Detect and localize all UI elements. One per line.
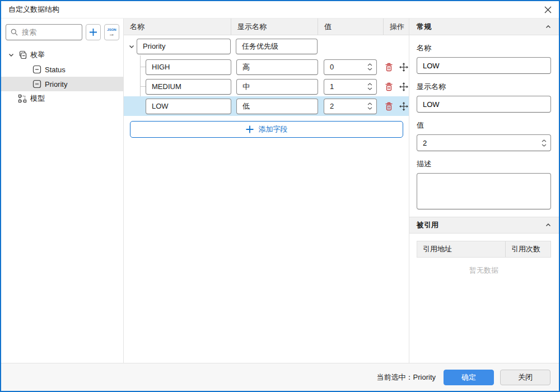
- field-display-name-input[interactable]: [236, 99, 318, 114]
- enum-name-input[interactable]: [137, 39, 231, 54]
- window-title: 自定义数据结构: [8, 4, 59, 15]
- spinner-arrows: [367, 79, 372, 95]
- trash-icon: [385, 82, 393, 91]
- sidebar-item-label: 模型: [30, 94, 45, 104]
- general-section-content: 名称 显示名称 值 描述: [409, 35, 559, 217]
- display-name-field-label: 显示名称: [417, 82, 551, 92]
- spinner-up-icon[interactable]: [367, 102, 372, 105]
- description-field-label: 描述: [417, 159, 551, 169]
- structure-tree: 枚举 Status Priority: [1, 48, 123, 106]
- json-export-button[interactable]: JSON →: [104, 24, 119, 40]
- window-close-button[interactable]: [536, 1, 559, 18]
- move-row-handle[interactable]: [399, 101, 409, 111]
- field-display-name-input[interactable]: [236, 79, 318, 95]
- delete-row-button[interactable]: [384, 62, 394, 72]
- table-row-selected[interactable]: [124, 96, 409, 116]
- value-spinbox: [417, 134, 551, 151]
- column-header-ref-address: 引用地址: [417, 241, 506, 257]
- search-icon: [11, 29, 18, 36]
- dialog-footer: 当前选中：Priority 确定 关闭: [1, 363, 559, 391]
- title-bar: 自定义数据结构: [1, 1, 559, 18]
- enum-display-name-input[interactable]: [236, 39, 318, 54]
- field-display-name-input[interactable]: [236, 59, 318, 75]
- fields-panel: 名称 显示名称 值 操作: [124, 18, 409, 363]
- empty-state-text: 暂无数据: [417, 265, 551, 276]
- chevron-up-icon[interactable]: [545, 222, 552, 228]
- close-button[interactable]: 关闭: [500, 370, 550, 385]
- field-value-spinbox: [324, 59, 377, 75]
- add-field-button[interactable]: 添加字段: [130, 121, 403, 138]
- move-icon: [399, 63, 408, 72]
- arrow-right-icon: →: [109, 31, 115, 36]
- spinner-down-icon[interactable]: [367, 68, 372, 71]
- add-field-label: 添加字段: [259, 124, 288, 134]
- enum-rows: [124, 35, 409, 116]
- trash-icon: [385, 102, 393, 111]
- field-name-input[interactable]: [146, 99, 231, 114]
- add-structure-button[interactable]: [86, 24, 101, 40]
- dialog-body: JSON → 枚举 Stat: [1, 18, 559, 363]
- chevron-down-icon[interactable]: [8, 52, 15, 58]
- properties-panel: 常规 名称 显示名称 值 描述: [409, 18, 559, 363]
- field-name-input[interactable]: [146, 79, 231, 95]
- spinner-up-icon[interactable]: [542, 139, 547, 142]
- enum-item-icon: [32, 80, 41, 88]
- trash-icon: [385, 63, 393, 72]
- spinner-arrows: [367, 59, 372, 75]
- references-table-header: 引用地址 引用次数: [417, 241, 551, 258]
- table-row-parent[interactable]: [124, 35, 409, 57]
- delete-row-button[interactable]: [384, 82, 394, 92]
- spinner-down-icon[interactable]: [542, 144, 547, 147]
- sidebar-item-label: Priority: [45, 80, 67, 88]
- spinner-down-icon[interactable]: [367, 107, 372, 110]
- name-field[interactable]: [417, 57, 551, 74]
- spinner-arrows: [542, 134, 547, 151]
- ok-button[interactable]: 确定: [444, 370, 494, 385]
- spinner-down-icon[interactable]: [367, 87, 372, 90]
- description-field[interactable]: [417, 173, 551, 209]
- table-header: 名称 显示名称 值 操作: [124, 18, 409, 35]
- name-field-label: 名称: [417, 43, 551, 53]
- sidebar-item-model[interactable]: 模型: [1, 91, 123, 106]
- references-table: 引用地址 引用次数 暂无数据: [417, 241, 551, 276]
- table-row[interactable]: [124, 77, 409, 96]
- sidebar-item-status[interactable]: Status: [1, 62, 123, 77]
- sidebar-item-enum[interactable]: 枚举: [1, 48, 123, 62]
- row-actions: [384, 82, 409, 92]
- sidebar-item-label: Status: [45, 66, 66, 74]
- table-row[interactable]: [124, 57, 409, 77]
- field-value-spinbox: [324, 99, 377, 114]
- move-icon: [399, 102, 408, 111]
- move-row-handle[interactable]: [399, 62, 409, 72]
- column-header-actions: 操作: [384, 18, 409, 35]
- sidebar-toolbar: JSON →: [1, 24, 123, 40]
- row-actions: [384, 101, 409, 111]
- sidebar: JSON → 枚举 Stat: [1, 18, 124, 363]
- search-input[interactable]: [22, 28, 77, 36]
- spinner-up-icon[interactable]: [367, 63, 372, 66]
- general-section-header[interactable]: 常规: [409, 18, 559, 35]
- plus-icon: [246, 125, 254, 133]
- chevron-down-icon[interactable]: [128, 43, 136, 50]
- delete-row-button[interactable]: [384, 101, 394, 111]
- display-name-field[interactable]: [417, 96, 551, 113]
- dialog-window: 自定义数据结构: [0, 0, 560, 392]
- column-header-name: 名称: [124, 18, 231, 35]
- plus-icon: [89, 28, 97, 36]
- enum-item-icon: [32, 65, 41, 74]
- referenced-section-header[interactable]: 被引用: [409, 217, 559, 234]
- column-header-display-name: 显示名称: [231, 18, 318, 35]
- enum-group-icon: [18, 50, 27, 59]
- general-section-title: 常规: [417, 22, 431, 32]
- field-name-input[interactable]: [146, 59, 231, 75]
- column-header-value: 值: [318, 18, 384, 35]
- field-value-spinbox: [324, 79, 377, 95]
- close-icon: [544, 6, 552, 13]
- value-field[interactable]: [417, 134, 551, 151]
- sidebar-item-priority[interactable]: Priority: [1, 77, 123, 91]
- column-header-ref-count: 引用次数: [506, 241, 550, 257]
- current-selection-text: 当前选中：Priority: [377, 372, 436, 382]
- spinner-up-icon[interactable]: [367, 83, 372, 86]
- move-row-handle[interactable]: [399, 82, 409, 92]
- chevron-up-icon[interactable]: [545, 24, 552, 30]
